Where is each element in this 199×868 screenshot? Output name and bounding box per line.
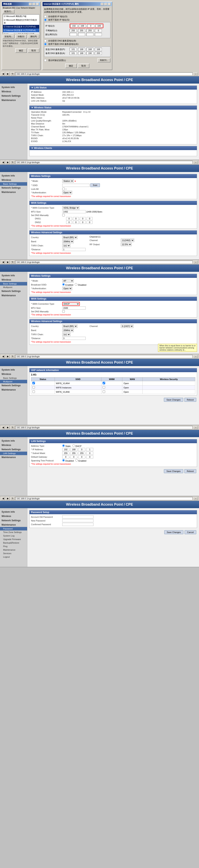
uninstall-btn[interactable]: 卸载(U) — [15, 35, 27, 38]
sidebar-sysinfo-6[interactable]: System info — [0, 439, 27, 443]
scan-btn-3[interactable]: Scan — [90, 183, 100, 187]
cancel-btn2[interactable]: 取消 — [28, 48, 39, 53]
back-btn-4[interactable]: ◀ — [1, 260, 5, 264]
sidebar-wireless-4[interactable]: Wireless — [0, 278, 27, 282]
gw6-s2[interactable] — [70, 455, 77, 459]
sidebar-network-2[interactable]: Network Settings — [0, 94, 27, 98]
mode-select-3[interactable]: Station AP — [62, 179, 74, 183]
wan-conn-select-4[interactable]: VDSL Bridge DHCP Static IP PPPoE PPTP L2… — [63, 302, 79, 305]
country-select-4[interactable]: Brazil (BR) — [62, 324, 77, 328]
net-item-4[interactable]: ☑ Microsoft LLDP 协议驱动程序 — [3, 32, 39, 34]
confirm-pw-input-7[interactable] — [62, 523, 93, 526]
go-btn-3[interactable]: → — [193, 161, 198, 164]
go-btn-7[interactable]: → — [193, 497, 198, 500]
band-select-3[interactable]: 20MHz — [62, 240, 74, 243]
dns2-f1-3[interactable] — [66, 221, 72, 224]
dns2-f3-3[interactable] — [80, 221, 86, 224]
sidebar-network-4[interactable]: Network Settings — [0, 289, 27, 293]
dns1-f3-3[interactable] — [80, 217, 86, 220]
ip6-s2[interactable] — [70, 448, 77, 451]
advanced-btn[interactable]: 高级(V)... — [97, 58, 111, 62]
dns1-f4-3[interactable] — [87, 217, 92, 220]
sidebar-system-info-2[interactable]: System info — [0, 85, 27, 89]
sidebar-wireless-6[interactable]: Wireless — [0, 443, 27, 447]
go-btn-5[interactable]: → — [193, 355, 198, 358]
sidebar-firmware-7[interactable]: Upgrade Firmware — [0, 537, 27, 541]
sidebar-sysinfo-5[interactable]: System info — [0, 368, 27, 372]
save-btn-6[interactable]: Save Changes — [164, 469, 183, 473]
subnet-seg3[interactable] — [86, 29, 93, 32]
dns2-f2-3[interactable] — [73, 221, 79, 224]
sidebar-lan-6[interactable]: LAN Settings — [0, 452, 27, 455]
sidebar-sysinfo-7[interactable]: System info — [0, 510, 27, 514]
reset-btn-6[interactable]: Reboot — [184, 469, 196, 473]
alt-dns-seg2[interactable] — [78, 52, 85, 55]
sidebar-multipoint-4[interactable]: Multipoint — [0, 285, 27, 289]
dns2-f4-3[interactable] — [87, 221, 92, 224]
sidebar-basic-4[interactable]: Basic Settings — [0, 282, 27, 285]
channel-select-4[interactable]: 6 (2437) — [121, 324, 133, 328]
ip-seg3[interactable] — [87, 24, 94, 27]
sidebar-maint-3[interactable]: Maintenance — [0, 190, 27, 194]
minimize-btn[interactable]: _ — [29, 3, 32, 5]
sidebar-multipoint-5[interactable]: Multipoint — [0, 380, 27, 383]
sub6-s1[interactable] — [62, 452, 69, 455]
address-bar-6[interactable]: 192.168.0.1/cgi-bin/login — [15, 426, 193, 429]
refresh-btn-5[interactable]: ↻ — [10, 355, 15, 358]
net-item-1[interactable]: ☑ Microsoft 网络的文件和打印机共享 — [3, 18, 39, 25]
ip6-s3[interactable] — [78, 448, 85, 451]
back-btn-7[interactable]: ◀ — [1, 497, 5, 500]
net-item-3[interactable]: ☑ Internet 协议版本 4 (TCP/IPv4) — [3, 29, 39, 32]
ssid-input-3[interactable] — [62, 184, 89, 187]
gw-seg3[interactable] — [86, 33, 93, 36]
refresh-btn-2[interactable]: ↻ — [10, 72, 15, 75]
sidebar-wireless-5[interactable]: Wireless — [0, 372, 27, 376]
reset-btn-5[interactable]: Reboot — [184, 398, 196, 402]
subnet-seg2[interactable] — [78, 29, 85, 32]
mtu-input-4[interactable] — [62, 306, 86, 310]
band-select-4[interactable]: 20MHz — [62, 329, 74, 332]
go-btn-4[interactable]: → — [193, 260, 198, 264]
sidebar-maint-6[interactable]: Maintenance — [0, 455, 27, 459]
sub6-s3[interactable] — [78, 452, 85, 455]
ip6-s1[interactable] — [62, 448, 69, 451]
auth-select-3[interactable]: Open — [62, 191, 72, 194]
sidebar-ping-7[interactable]: Ping — [0, 545, 27, 548]
cancel-btn-7[interactable]: Cancel — [185, 530, 196, 534]
address-bar-3[interactable]: 192.168.0.1/cgi-bin/login — [15, 161, 193, 164]
go-btn-6[interactable]: → — [193, 426, 198, 429]
address-bar-4[interactable]: 192.168.0.1/cgi-bin/login — [15, 260, 193, 264]
back-btn-3[interactable]: ◀ — [1, 161, 5, 164]
net-item-0[interactable]: ☑ Microsoft 网络客户端 — [3, 14, 39, 18]
ok-btn2[interactable]: 确定 — [15, 48, 27, 53]
refresh-btn-3[interactable]: ↻ — [10, 161, 15, 164]
address-bar-5[interactable]: 192.168.0.1/cgi-bin/login — [15, 355, 193, 358]
dns-check-3[interactable] — [62, 214, 65, 216]
dlg-maximize-btn[interactable]: □ — [104, 3, 107, 5]
save-btn-7[interactable]: Save Changes — [164, 530, 184, 534]
sub6-s4[interactable] — [86, 452, 93, 455]
gw-seg2[interactable] — [78, 33, 85, 36]
manual-dns-radio[interactable] — [44, 43, 47, 45]
refresh-btn-4[interactable]: ↻ — [10, 260, 15, 264]
gw6-s1[interactable] — [62, 455, 69, 459]
sidebar-sysinfo-3[interactable]: System info — [0, 174, 27, 178]
sidebar-maintenance-2[interactable]: Maintenance — [0, 98, 27, 102]
dlg-close-btn[interactable]: ✕ — [108, 3, 111, 5]
sidebar-wireless-7[interactable]: Wireless — [0, 514, 27, 518]
ip-seg1[interactable] — [71, 24, 77, 27]
dns1-f1-3[interactable] — [66, 217, 72, 220]
sidebar-basic-3[interactable]: Basic Settings — [0, 182, 27, 186]
go-btn-2[interactable]: → — [193, 72, 198, 75]
save-btn-5[interactable]: Save Changes — [164, 398, 183, 402]
mode-select-4[interactable]: AP Station — [62, 279, 74, 283]
ip-seg2[interactable] — [79, 24, 86, 27]
ip6-s4[interactable] — [86, 448, 93, 451]
pref-dns-seg4[interactable] — [95, 48, 102, 51]
dns-check-4[interactable] — [62, 310, 65, 313]
ipv4-ok-btn[interactable]: 确定 — [65, 64, 77, 68]
sidebar-backup-7[interactable]: Backup&Restore — [0, 541, 27, 545]
gw-seg1[interactable] — [70, 33, 77, 36]
subnet-seg4[interactable] — [95, 29, 102, 32]
pref-dns-seg2[interactable] — [78, 48, 85, 51]
